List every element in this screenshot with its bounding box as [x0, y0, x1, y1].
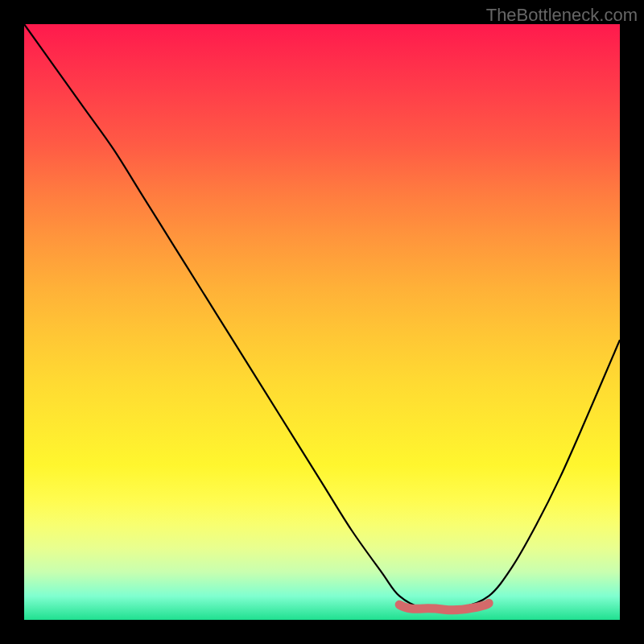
chart-svg — [24, 24, 620, 620]
plot-area — [24, 24, 620, 620]
watermark-text: TheBottleneck.com — [486, 5, 638, 26]
curve-line — [24, 24, 620, 609]
